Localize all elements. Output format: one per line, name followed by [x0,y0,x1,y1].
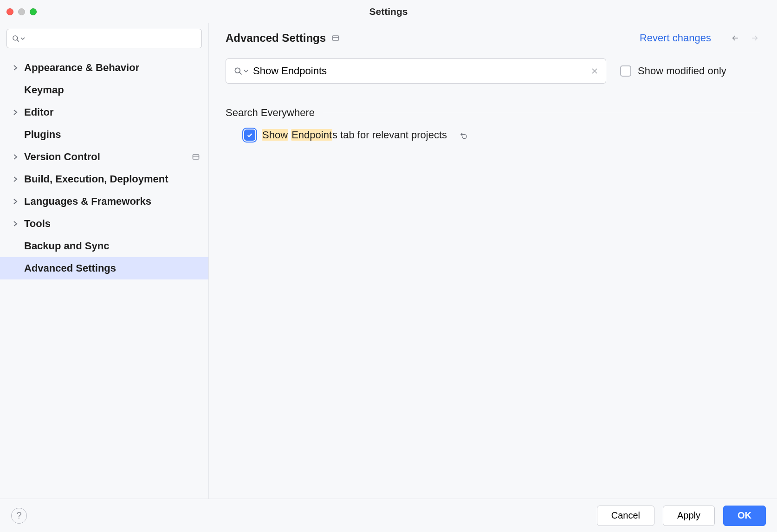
option-row[interactable]: Show Endpoints tab for relevant projects [226,129,760,141]
revert-changes-link[interactable]: Revert changes [640,32,711,44]
svg-point-6 [235,68,240,73]
chevron-right-icon[interactable] [13,176,19,182]
section-title: Search Everywhere [226,107,760,119]
footer: ? Cancel Apply OK [0,499,777,532]
sidebar-item-backup-and-sync[interactable]: Backup and Sync [0,235,208,257]
svg-rect-2 [193,155,199,159]
svg-rect-4 [333,36,339,40]
sidebar: Appearance & BehaviorKeymapEditorPlugins… [0,23,209,499]
sidebar-item-advanced-settings[interactable]: Advanced Settings [0,257,208,279]
svg-line-7 [240,72,242,75]
chevron-right-icon[interactable] [13,109,19,116]
sidebar-item-editor[interactable]: Editor [0,101,208,123]
window-title: Settings [0,6,777,17]
sidebar-search[interactable] [6,29,202,48]
filter-input-wrap[interactable] [226,58,606,84]
sidebar-search-input[interactable] [29,34,197,44]
sidebar-item-keymap[interactable]: Keymap [0,79,208,101]
show-modified-only[interactable]: Show modified only [620,65,726,77]
apply-button[interactable]: Apply [663,506,715,526]
ok-button[interactable]: OK [723,506,766,526]
show-modified-checkbox[interactable] [620,65,631,77]
filter-input[interactable] [248,65,591,77]
page-title: Advanced Settings [226,32,326,45]
option-label: Show Endpoints tab for relevant projects [262,129,447,141]
back-icon[interactable] [730,34,740,42]
filter-row: Show modified only [226,58,760,84]
search-icon [12,34,20,43]
main: Appearance & BehaviorKeymapEditorPlugins… [0,23,777,499]
option-checkbox[interactable] [244,130,255,141]
scope-icon [331,34,340,42]
zoom-window-icon[interactable] [30,8,37,15]
sidebar-item-version-control[interactable]: Version Control [0,146,208,168]
help-button[interactable]: ? [11,508,27,524]
sidebar-item-build-execution-deployment[interactable]: Build, Execution, Deployment [0,168,208,190]
content-header: Advanced Settings Revert changes [226,32,760,45]
settings-tree: Appearance & BehaviorKeymapEditorPlugins… [0,57,208,279]
sidebar-item-label: Editor [24,106,54,118]
sidebar-item-languages-frameworks[interactable]: Languages & Frameworks [0,190,208,213]
sidebar-item-label: Advanced Settings [24,262,116,274]
cancel-button[interactable]: Cancel [597,506,654,526]
forward-icon [750,34,760,42]
sidebar-item-appearance-behavior[interactable]: Appearance & Behavior [0,57,208,79]
window-controls [6,8,37,15]
sidebar-item-label: Appearance & Behavior [24,62,139,74]
sidebar-item-label: Version Control [24,151,100,163]
minimize-window-icon[interactable] [18,8,25,15]
sidebar-item-label: Plugins [24,129,61,141]
clear-icon[interactable] [591,67,598,75]
search-options-caret-icon[interactable] [20,36,25,41]
project-scope-icon [192,153,200,161]
svg-line-1 [17,40,19,42]
sidebar-item-tools[interactable]: Tools [0,213,208,235]
show-modified-label: Show modified only [638,65,726,77]
sidebar-item-label: Languages & Frameworks [24,195,151,208]
sidebar-item-label: Keymap [24,84,64,96]
chevron-right-icon[interactable] [13,221,19,227]
search-options-caret-icon[interactable] [244,69,248,73]
chevron-right-icon[interactable] [13,154,19,160]
search-icon [233,66,243,76]
history-nav [730,34,760,42]
close-window-icon[interactable] [6,8,13,15]
chevron-right-icon[interactable] [13,65,19,71]
sidebar-item-label: Build, Execution, Deployment [24,173,168,185]
svg-point-0 [13,36,18,40]
chevron-right-icon[interactable] [13,198,19,205]
content-pane: Advanced Settings Revert changes [209,23,777,499]
settings-section: Search EverywhereShow Endpoints tab for … [226,107,760,141]
sidebar-item-label: Tools [24,218,51,230]
sidebar-item-plugins[interactable]: Plugins [0,123,208,146]
revert-option-icon[interactable] [459,131,468,139]
sidebar-item-label: Backup and Sync [24,240,109,252]
titlebar: Settings [0,0,777,23]
